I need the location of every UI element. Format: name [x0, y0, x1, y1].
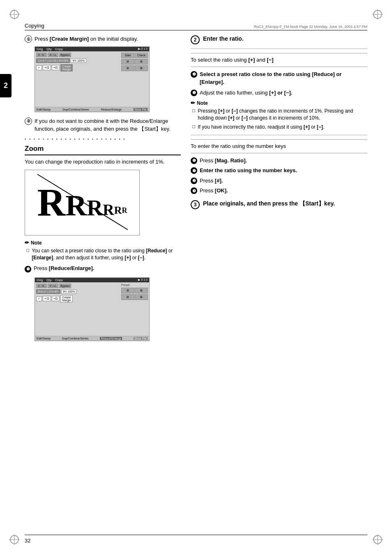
step-reduce-enlarge-number: ❶ [25, 266, 31, 272]
sub-section-numkeys: To enter the ratio using the number keys [191, 139, 367, 153]
step-reduce-enlarge-text: Press [Reduce/Enlarge]. [34, 265, 181, 271]
pencil-icon: ✏ [25, 240, 29, 246]
chapter-tab: 2 [0, 74, 12, 97]
sub-step-1b: ❷ Adjust the ratio further, using [+] or… [191, 89, 367, 97]
sub-step-1a-number: ❶ [191, 71, 197, 78]
screen-counter-labels: Orig Qty Copy [37, 47, 63, 51]
two-column-layout: ① Press [Create Margin] on the initial d… [25, 35, 367, 344]
plus-minus-note-title: ✏ Note [191, 100, 367, 106]
numkey-step-2: ❷ Enter the ratio using the number keys. [191, 166, 367, 175]
sub-section-numkeys-title: To enter the ratio using the number keys [191, 142, 367, 150]
file-info: RuC3_ENcopy-F_FM.book Page 32 Monday, Ju… [254, 25, 367, 29]
sub-step-1a: ❶ Select a preset ratio close to the rat… [191, 70, 367, 86]
sub-section-plus-minus-title: To select the ratio using [+] and [−] [191, 56, 367, 64]
content-area: ① Press [Create Margin] on the initial d… [25, 31, 367, 529]
page: 2 Copying RuC3_ENcopy-F_FM.book Page 32 … [0, 0, 392, 554]
zoom-note-text-1: You can select a preset ratio close to t… [32, 247, 181, 262]
screen-bottom-bar-2: Edit/Stamp Dup/Combine/Series Reduce/Enl… [35, 336, 149, 341]
screen-top-bar-2: Orig Qty Copy ▶ 0 1 0 [35, 278, 149, 282]
step-reduce-enlarge: ❶ Press [Reduce/Enlarge]. [25, 265, 181, 272]
step-1-number: ① [25, 35, 32, 43]
r-small-medium: R [103, 202, 114, 217]
numkey-step-3-text: Press [#]. [200, 177, 367, 185]
divider-1 [191, 48, 367, 49]
step-1-text: Press [Create Margin] on the initial dis… [35, 35, 181, 43]
zoom-intro: You can change the reproduction ratio in… [25, 158, 181, 166]
numkey-step-1-text: Press [Mag. Ratio]. [200, 157, 367, 165]
plus-minus-note-item-2: □ If you have incorrectly the ratio, rea… [191, 124, 367, 131]
corner-mark-br [371, 533, 384, 546]
note-bullet-2: □ [192, 108, 195, 113]
plus-minus-note-item-1: □ Pressing [+] or [−] changes the ratio … [191, 108, 367, 122]
numkey-step-3: ❸ Press [#]. [191, 177, 367, 185]
sub-steps-numkeys: ❶ Press [Mag. Ratio]. ❷ Enter the ratio … [191, 157, 367, 195]
sub-section-plus-minus: To select the ratio using [+] and [−] [191, 53, 367, 67]
page-number: 32 [25, 538, 30, 544]
big-step-2-label: Enter the ratio. [203, 35, 244, 43]
step-2-number: ② [25, 118, 32, 125]
corner-mark-tr [371, 8, 384, 21]
sub-step-1b-number: ❷ [191, 90, 197, 96]
zoom-note: ✏ Note □ You can select a preset ratio c… [25, 240, 181, 262]
screen2-counter: ▶ 0 1 0 [138, 278, 148, 282]
dots-separator: • • • • • • • • • • • • • • • • • • • • … [25, 136, 181, 141]
screen-mockup-2: Orig Qty Copy ▶ 0 1 0 2□ 3□ 4□ LL Bypass [35, 277, 150, 341]
r-tiny: R [122, 207, 127, 214]
screen2-labels: Orig Qty Copy [37, 278, 63, 282]
zoom-r-letters: R R R R R R [37, 183, 127, 222]
plus-minus-note-label: Note [197, 100, 208, 106]
step-1: ① Press [Create Margin] on the initial d… [25, 35, 181, 43]
step-1-bold: [Create Margin] [50, 36, 89, 42]
plus-minus-note-text-2: If you have incorrectly the ratio, readj… [198, 124, 324, 131]
sub-step-1a-text: Select a preset ratio close to the ratio… [200, 70, 367, 86]
screen-top-bar-1: Orig Qty Copy ▶ 0 1 0 [35, 47, 149, 51]
r-large: R [37, 183, 66, 222]
step-2-text: If you do not want to combine it with th… [35, 117, 181, 133]
right-column: 2 Enter the ratio. To select the ratio u… [191, 35, 367, 344]
r-medium-large: R [65, 191, 87, 220]
page-header: Copying RuC3_ENcopy-F_FM.book Page 32 Mo… [25, 23, 367, 30]
section-label: Copying [25, 23, 44, 29]
note-bullet-3: □ [192, 124, 195, 129]
numkey-step-1: ❶ Press [Mag. Ratio]. [191, 157, 367, 165]
sub-steps-plus-minus: ❶ Select a preset ratio close to the rat… [191, 70, 367, 97]
r-medium: R [87, 197, 103, 219]
numkey-step-3-number: ❸ [191, 178, 197, 184]
big-step-3-label: Place originals, and then press the 【Sta… [203, 200, 335, 208]
big-step-3: 3 Place originals, and then press the 【S… [191, 200, 367, 209]
big-step-3-number: 3 [191, 200, 200, 209]
big-step-2: 2 Enter the ratio. [191, 35, 367, 44]
pencil-icon-2: ✏ [191, 100, 195, 106]
left-column: ① Press [Create Margin] on the initial d… [25, 35, 181, 344]
note-bullet-1: □ [26, 247, 29, 253]
numkey-step-2-text: Enter the ratio using the number keys. [200, 166, 367, 175]
numkey-step-4-text: Press [OK]. [200, 187, 367, 195]
corner-mark-bl [8, 533, 21, 546]
numkey-step-4: ❹ Press [OK]. [191, 187, 367, 195]
r-small: R [114, 205, 122, 216]
step-2: ② If you do not want to combine it with … [25, 117, 181, 133]
numkey-step-2-number: ❷ [191, 167, 197, 174]
zoom-image: R R R R R R [25, 170, 140, 235]
zoom-note-item-1: □ You can select a preset ratio close to… [25, 247, 181, 262]
screen-bottom-bar-1: Edit/Stamp Dup/Combine/Series Reduce/Enl… [35, 107, 149, 112]
screen-time: ▶ 0 1 0 [138, 47, 148, 51]
zoom-note-label: Note [31, 240, 42, 246]
screen-mockup-1: Orig Qty Copy ▶ 0 1 0 2□ 3□ 4□ LL Bypass [35, 46, 150, 112]
sub-step-1b-text: Adjust the ratio further, using [+] or [… [200, 89, 367, 97]
numkey-step-4-number: ❹ [191, 187, 197, 194]
corner-mark-tl [8, 8, 21, 21]
divider-2 [191, 135, 367, 135]
numkey-step-1-number: ❶ [191, 157, 197, 164]
page-footer: 32 [25, 535, 367, 544]
big-step-2-number: 2 [191, 35, 200, 44]
zoom-section-title: Zoom [25, 145, 181, 155]
zoom-note-title: ✏ Note [25, 240, 181, 246]
plus-minus-note-text-1: Pressing [+] or [−] changes the ratio in… [198, 108, 367, 122]
plus-minus-note: ✏ Note □ Pressing [+] or [−] changes the… [191, 100, 367, 131]
